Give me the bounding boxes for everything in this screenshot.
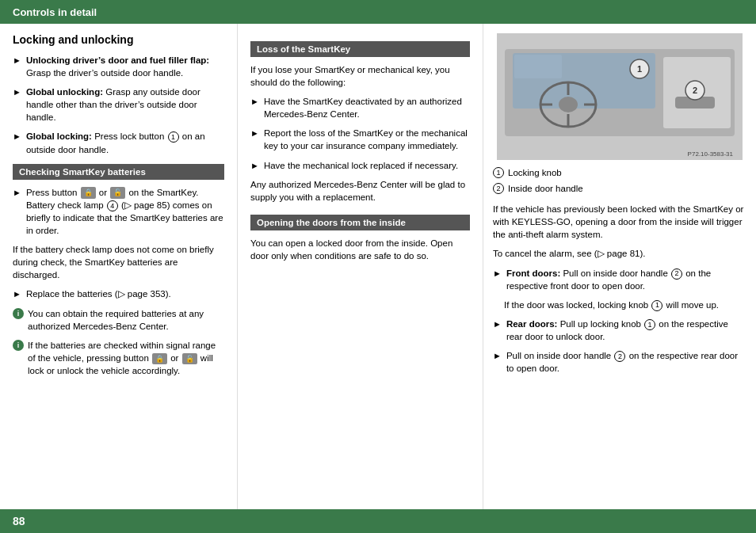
bullet-arrow-3: ► (13, 131, 21, 143)
info-text-2: If the batteries are checked within sign… (28, 339, 224, 377)
mid-column: Loss of the SmartKey If you lose your Sm… (238, 24, 483, 509)
loss-smartkey-header: Loss of the SmartKey (250, 41, 470, 57)
legend-text-1: Locking knob (508, 166, 562, 179)
replace-batteries-item: ► Replace the batteries (▷ page 353). (13, 287, 224, 300)
replace-batteries-text: Replace the batteries (▷ page 353). (26, 287, 171, 300)
bullet-text-3: Global locking: Press lock button 1 on a… (26, 130, 224, 155)
info-block-1: i You can obtain the required batteries … (13, 307, 224, 333)
circle-2a: 2 (671, 268, 682, 280)
svg-rect-9 (514, 55, 562, 78)
opening-doors-header: Opening the doors from the inside (250, 215, 470, 230)
unlock-icon-btn-2: 🔓 (182, 353, 197, 365)
lock-icon-btn-2: 🔒 (152, 353, 167, 365)
press-button-item: ► Press button 🔒 or 🔓 on the SmartKey. B… (13, 186, 224, 238)
legend-text-2: Inside door handle (508, 182, 583, 195)
front-doors-item: ► Front doors: Pull on inside door handl… (493, 267, 746, 292)
bullet-arrow-2: ► (13, 86, 21, 98)
info-icon-2: i (13, 340, 24, 351)
lock-icon-btn: 🔒 (81, 187, 96, 199)
circle-2b: 2 (614, 351, 625, 362)
bullet-arrow-5: ► (13, 288, 21, 300)
page-footer: 88 (0, 509, 756, 533)
loss-text-1: Have the SmartKey deactivated by an auth… (264, 95, 470, 120)
legend-item-1: 1 Locking knob (493, 166, 746, 179)
loss-item-2: ► Report the loss of the SmartKey or the… (250, 127, 470, 152)
loss-arrow-2: ► (250, 128, 259, 139)
opening-intro: You can open a locked door from the insi… (250, 237, 470, 262)
loss-text-2: Report the loss of the SmartKey or the m… (264, 127, 470, 152)
svg-text:P72.10-3583-31: P72.10-3583-31 (688, 150, 734, 158)
header-title: Controls in detail (13, 6, 97, 18)
press-button-text: Press button 🔒 or 🔓 on the SmartKey. Bat… (26, 186, 224, 238)
circle-1c: 1 (644, 319, 655, 330)
loss-item-3: ► Have the mechanical lock replaced if n… (250, 159, 470, 172)
car-illustration: 1 2 P72.10-3583-31 (493, 33, 746, 160)
loss-item-1: ► Have the SmartKey deactivated by an au… (250, 95, 470, 120)
rear-doors-handle-item: ► Pull on inside door handle 2 on the re… (493, 349, 746, 375)
bullet-item-2: ► Global unlocking: Grasp any outside do… (13, 86, 224, 124)
bullet-text-1: Unlocking driver’s door and fuel filler … (26, 54, 224, 79)
loss-arrow-3: ► (250, 160, 259, 172)
bullet-item-3: ► Global locking: Press lock button 1 on… (13, 130, 224, 155)
rear-doors-handle-text: Pull on inside door handle 2 on the resp… (506, 349, 746, 375)
rear-doors-item: ► Rear doors: Pull up locking knob 1 on … (493, 318, 746, 343)
svg-text:2: 2 (693, 86, 697, 95)
page-number: 88 (13, 515, 25, 527)
circle-1: 1 (168, 131, 179, 143)
bullet-item-1: ► Unlocking driver’s door and fuel fille… (13, 54, 224, 79)
legend-num-1: 1 (493, 167, 504, 178)
info-icon-1: i (13, 308, 24, 319)
bullet-arrow-1: ► (13, 55, 21, 67)
rear-doors-handle-arrow: ► (493, 350, 502, 362)
circle-4: 4 (107, 200, 118, 211)
page-header: Controls in detail (0, 0, 756, 24)
rear-doors-text: Rear doors: Pull up locking knob 1 on th… (506, 318, 746, 343)
legend-num-2: 2 (493, 183, 504, 194)
svg-point-11 (559, 97, 578, 112)
front-doors-sub: If the door was locked, locking knob 1 w… (504, 299, 746, 311)
front-doors-arrow: ► (493, 268, 502, 280)
front-doors-text: Front doors: Pull on inside door handle … (506, 267, 746, 292)
unlock-icon-btn: 🔓 (110, 187, 125, 199)
battery-para: If the battery check lamp does not come … (13, 243, 224, 281)
main-content: Locking and unlocking ► Unlocking driver… (0, 24, 756, 509)
right-column: 1 2 P72.10-3583-31 (483, 24, 756, 509)
info-block-2: i If the batteries are checked within si… (13, 339, 224, 377)
svg-text:1: 1 (637, 64, 642, 74)
loss-arrow-1: ► (250, 96, 259, 108)
circle-1b: 1 (651, 300, 662, 311)
legend-item-2: 2 Inside door handle (493, 182, 746, 195)
car-image-container: 1 2 P72.10-3583-31 (493, 33, 746, 160)
right-para-2: To cancel the alarm, see (▷ page 81). (493, 247, 746, 260)
left-column: Locking and unlocking ► Unlocking driver… (0, 24, 238, 509)
section-title: Locking and unlocking (13, 33, 224, 46)
rear-doors-arrow: ► (493, 318, 502, 330)
loss-outro: Any authorized Mercedes-Benz Center will… (250, 178, 470, 204)
bullet-arrow-4: ► (13, 187, 21, 199)
checking-smartkey-header: Checking SmartKey batteries (13, 164, 224, 180)
right-para-1: If the vehicle has previously been locke… (493, 203, 746, 241)
loss-intro: If you lose your SmartKey or mechanical … (250, 63, 470, 89)
bullet-text-2: Global unlocking: Grasp any outside door… (26, 86, 224, 124)
info-text-1: You can obtain the required batteries at… (28, 307, 224, 333)
loss-text-3: Have the mechanical lock replaced if nec… (264, 159, 458, 172)
